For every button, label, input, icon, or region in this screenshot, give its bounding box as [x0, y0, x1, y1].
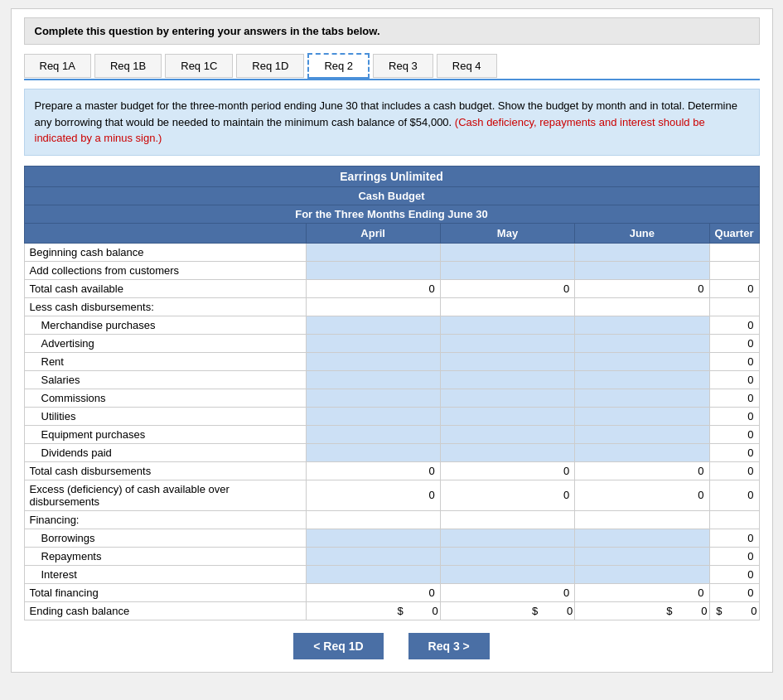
cell-16-april[interactable] [306, 547, 440, 565]
cell-8-may[interactable] [440, 389, 574, 407]
input-10-may[interactable] [441, 426, 574, 443]
cell-9-june[interactable] [575, 407, 709, 425]
cell-10-may[interactable] [440, 425, 574, 443]
tab-req1c[interactable]: Req 1C [165, 54, 233, 78]
cell-2-may: 0 [440, 279, 574, 297]
table-title2: Cash Budget [24, 186, 759, 205]
cell-4-june[interactable] [575, 316, 709, 334]
cell-1-april[interactable] [306, 261, 440, 279]
cell-9-may[interactable] [440, 407, 574, 425]
input-11-april[interactable] [307, 444, 440, 461]
cell-6-june[interactable] [575, 352, 709, 370]
cell-8-june[interactable] [575, 389, 709, 407]
cell-7-june[interactable] [575, 370, 709, 389]
input-4-june[interactable] [575, 316, 708, 334]
input-8-may[interactable] [441, 389, 574, 407]
cell-11-april[interactable] [306, 443, 440, 461]
input-7-june[interactable] [575, 371, 708, 389]
cell-6-april[interactable] [306, 352, 440, 370]
cell-16-may[interactable] [440, 547, 574, 565]
input-16-may[interactable] [441, 548, 574, 565]
row-label-18: Total financing [24, 583, 306, 601]
cell-15-may[interactable] [440, 529, 574, 547]
prev-button[interactable]: < Req 1D [293, 633, 383, 659]
input-10-april[interactable] [307, 426, 440, 443]
cell-16-june[interactable] [575, 547, 709, 565]
input-9-june[interactable] [575, 408, 708, 425]
input-17-june[interactable] [575, 566, 708, 583]
input-6-may[interactable] [441, 353, 574, 370]
input-5-june[interactable] [575, 335, 708, 352]
cell-14-may [440, 510, 574, 529]
cell-7-may[interactable] [440, 370, 574, 389]
cell-3-may [440, 297, 574, 316]
cell-4-may[interactable] [440, 316, 574, 334]
input-7-april[interactable] [307, 371, 440, 389]
input-5-may[interactable] [441, 335, 574, 352]
cell-1-may[interactable] [440, 261, 574, 279]
cell-0-april[interactable] [306, 243, 440, 261]
cell-11-june[interactable] [575, 443, 709, 461]
cell-6-may[interactable] [440, 352, 574, 370]
cell-15-april[interactable] [306, 529, 440, 547]
next-button[interactable]: Req 3 > [408, 633, 490, 659]
input-11-may[interactable] [441, 444, 574, 461]
input-1-june[interactable] [575, 262, 708, 279]
tab-req1b[interactable]: Req 1B [94, 54, 162, 78]
cell-14-june [575, 510, 709, 529]
input-17-april[interactable] [307, 566, 440, 583]
main-container: Complete this question by entering your … [11, 8, 773, 673]
table-row: Commissions0 [24, 389, 759, 407]
cell-11-may[interactable] [440, 443, 574, 461]
input-1-may[interactable] [441, 262, 574, 279]
cell-17-june[interactable] [575, 565, 709, 583]
input-1-april[interactable] [307, 262, 440, 279]
input-9-may[interactable] [441, 408, 574, 425]
input-15-june[interactable] [575, 529, 708, 547]
cell-8-april[interactable] [306, 389, 440, 407]
cell-5-april[interactable] [306, 334, 440, 352]
input-4-april[interactable] [307, 316, 440, 334]
cell-17-may[interactable] [440, 565, 574, 583]
input-7-may[interactable] [441, 371, 574, 389]
input-0-may[interactable] [441, 244, 574, 261]
input-17-may[interactable] [441, 566, 574, 583]
cell-3-quarter [709, 297, 759, 316]
input-4-may[interactable] [441, 316, 574, 334]
input-16-june[interactable] [575, 548, 708, 565]
input-5-april[interactable] [307, 335, 440, 352]
cell-5-june[interactable] [575, 334, 709, 352]
cell-4-april[interactable] [306, 316, 440, 334]
tab-req4[interactable]: Req 4 [437, 54, 497, 78]
cell-0-june[interactable] [575, 243, 709, 261]
tab-req3[interactable]: Req 3 [373, 54, 433, 78]
input-6-june[interactable] [575, 353, 708, 370]
input-9-april[interactable] [307, 408, 440, 425]
input-11-june[interactable] [575, 444, 708, 461]
input-15-april[interactable] [307, 529, 440, 547]
input-10-june[interactable] [575, 426, 708, 443]
cell-5-may[interactable] [440, 334, 574, 352]
input-15-may[interactable] [441, 529, 574, 547]
cell-3-june [575, 297, 709, 316]
cell-7-april[interactable] [306, 370, 440, 389]
cell-10-june[interactable] [575, 425, 709, 443]
input-8-april[interactable] [307, 389, 440, 407]
tab-req1a[interactable]: Req 1A [24, 54, 91, 78]
cell-10-april[interactable] [306, 425, 440, 443]
tab-req1d[interactable]: Req 1D [236, 54, 304, 78]
cell-1-june[interactable] [575, 261, 709, 279]
cell-17-april[interactable] [306, 565, 440, 583]
row-label-0: Beginning cash balance [24, 243, 306, 261]
input-6-april[interactable] [307, 353, 440, 370]
input-16-april[interactable] [307, 548, 440, 565]
cell-15-june[interactable] [575, 529, 709, 547]
input-0-june[interactable] [575, 244, 708, 261]
input-0-april[interactable] [307, 244, 440, 261]
tab-req2[interactable]: Req 2 [307, 53, 370, 79]
cell-0-may[interactable] [440, 243, 574, 261]
tab-bar: Req 1A Req 1B Req 1C Req 1D Req 2 Req 3 … [24, 53, 760, 80]
cell-9-april[interactable] [306, 407, 440, 425]
cell-13-june: 0 [575, 480, 709, 510]
input-8-june[interactable] [575, 389, 708, 407]
